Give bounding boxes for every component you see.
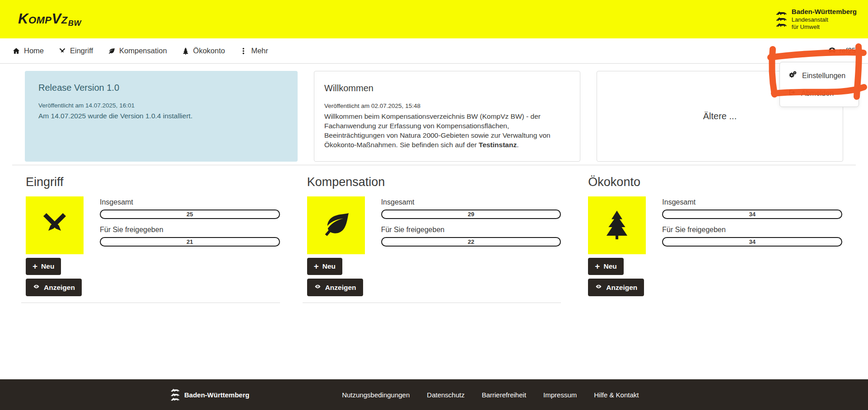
total-count-pill: 29 [381, 210, 561, 219]
divider [303, 303, 561, 303]
agency-sub1: Landesanstalt [792, 16, 857, 23]
footer-link-nutzungsbedingungen[interactable]: Nutzungsbedingungen [342, 391, 410, 399]
logo-letter: K [18, 11, 28, 27]
instance-name: Testinstanz [479, 141, 517, 149]
nav-item-home[interactable]: Home [12, 47, 44, 55]
released-count-pill: 22 [381, 237, 561, 247]
logout-icon [788, 88, 797, 98]
nav-item-label: Mehr [251, 47, 268, 55]
kompensation-tile [307, 196, 365, 254]
kompensation-show-button[interactable]: Anzeigen [307, 279, 363, 296]
released-label: Für Sie freigegeben [100, 226, 280, 234]
eingriff-tile [26, 196, 84, 254]
footer-link-datenschutz[interactable]: Datenschutz [427, 391, 464, 399]
username: ref25 [840, 47, 856, 55]
plus-icon: + [314, 263, 319, 270]
kompensation-new-button[interactable]: + Neu [307, 258, 342, 275]
kebab-menu-icon [239, 47, 247, 55]
menu-item-label: Abmelden [801, 89, 834, 98]
menu-item-label: Einstellungen [802, 72, 845, 80]
logo-letter: OMP [28, 14, 52, 26]
button-label: Anzeigen [325, 284, 356, 292]
sections-row: Eingriff Insgesamt 25 Für Sie freigegebe… [0, 165, 868, 303]
footer-brand-label: Baden-Württemberg [184, 391, 249, 399]
agency-name: Baden-Württemberg [792, 8, 857, 16]
older-label: Ältere ... [703, 111, 737, 121]
card-meta: Veröffentlicht am 14.07.2025, 16:01 [38, 102, 284, 109]
button-label: Neu [322, 262, 336, 270]
released-label: Für Sie freigegeben [662, 226, 842, 234]
released-label: Für Sie freigegeben [381, 226, 561, 234]
plus-icon: + [33, 263, 37, 270]
logo-letter: Z [61, 14, 68, 26]
app-logo[interactable]: KOMPVZBW [18, 11, 81, 28]
footer-brand: Baden-Württemberg [170, 388, 249, 401]
main-nav: Home Eingriff Kompensation Ökokonto Mehr… [0, 38, 868, 64]
app-header: KOMPVZBW Baden-Württemberg Landesanstalt… [0, 0, 868, 38]
home-icon [12, 47, 20, 55]
plus-icon: + [595, 263, 600, 270]
card-title: Willkommen [324, 83, 570, 93]
crossed-pens-icon [58, 47, 66, 55]
released-count-pill: 21 [100, 237, 280, 247]
card-body: Am 14.07.2025 wurde die Version 1.0.4 in… [38, 111, 284, 121]
logo-suffix: BW [68, 19, 81, 28]
crossed-pens-icon [38, 208, 71, 242]
logo-letter: V [52, 11, 61, 27]
footer-link-hilfe-kontakt[interactable]: Hilfe & Kontakt [594, 391, 639, 399]
nav-item-label: Kompensation [119, 47, 167, 55]
user-dropdown-menu: Einstellungen Abmelden [779, 62, 859, 107]
eye-icon [33, 283, 40, 292]
button-label: Neu [603, 262, 616, 270]
oekokonto-show-button[interactable]: Anzeigen [588, 279, 644, 296]
oekokonto-tile [588, 196, 646, 254]
released-count-pill: 34 [662, 237, 842, 247]
nav-item-mehr[interactable]: Mehr [239, 47, 268, 55]
card-body: Willkommen beim Kompensationsverzeichnis… [324, 112, 570, 149]
section-title: Ökokonto [588, 175, 842, 189]
total-count-pill: 25 [100, 210, 280, 219]
tree-icon [182, 47, 190, 55]
oekokonto-new-button[interactable]: + Neu [588, 258, 623, 275]
agency-sub2: für Umwelt [792, 23, 857, 31]
info-cards-row: Release Version 1.0 Veröffentlicht am 14… [0, 71, 868, 162]
section-oekokonto: Ökokonto Insgesamt 34 Für Sie freigegebe… [574, 165, 856, 303]
leaf-icon [320, 208, 352, 242]
app-footer: Baden-Württemberg Nutzungsbedingungen Da… [0, 379, 868, 410]
eye-icon [314, 283, 322, 292]
section-kompensation: Kompensation Insgesamt 29 Für Sie freige… [294, 165, 575, 303]
agency-logo: Baden-Württemberg Landesanstalt für Umwe… [775, 8, 857, 30]
nav-item-oekokonto[interactable]: Ökokonto [182, 47, 225, 55]
divider [21, 303, 280, 303]
menu-item-einstellungen[interactable]: Einstellungen [780, 67, 859, 84]
nav-item-label: Ökokonto [193, 47, 225, 55]
bw-coat-of-arms-icon [170, 388, 180, 401]
section-eingriff: Eingriff Insgesamt 25 Für Sie freigegebe… [12, 165, 294, 303]
eingriff-new-button[interactable]: + Neu [26, 258, 61, 275]
tree-icon [601, 208, 633, 242]
user-menu-button[interactable]: ref25 [828, 47, 856, 55]
menu-item-abmelden[interactable]: Abmelden [780, 84, 859, 102]
gears-icon [788, 70, 798, 81]
eingriff-show-button[interactable]: Anzeigen [26, 279, 82, 296]
card-welcome: Willkommen Veröffentlicht am 02.07.2025,… [314, 71, 580, 162]
button-label: Anzeigen [606, 284, 637, 292]
card-title: Release Version 1.0 [38, 83, 284, 93]
total-label: Insgesamt [100, 198, 280, 206]
bw-coat-of-arms-icon [775, 11, 788, 28]
nav-item-label: Eingriff [70, 47, 93, 55]
total-label: Insgesamt [381, 198, 561, 206]
card-meta: Veröffentlicht am 02.07.2025, 15:48 [324, 102, 570, 109]
footer-links: Nutzungsbedingungen Datenschutz Barriere… [342, 391, 639, 399]
nav-item-eingriff[interactable]: Eingriff [58, 47, 93, 55]
eye-icon [595, 283, 602, 292]
footer-link-impressum[interactable]: Impressum [543, 391, 577, 399]
section-title: Kompensation [307, 175, 561, 189]
button-label: Neu [41, 262, 54, 270]
card-release: Release Version 1.0 Veröffentlicht am 14… [25, 71, 298, 162]
leaf-icon [107, 47, 116, 55]
footer-link-barrierefreiheit[interactable]: Barrierefreiheit [482, 391, 526, 399]
nav-item-kompensation[interactable]: Kompensation [107, 47, 167, 55]
section-title: Eingriff [26, 175, 280, 189]
total-count-pill: 34 [662, 210, 842, 219]
